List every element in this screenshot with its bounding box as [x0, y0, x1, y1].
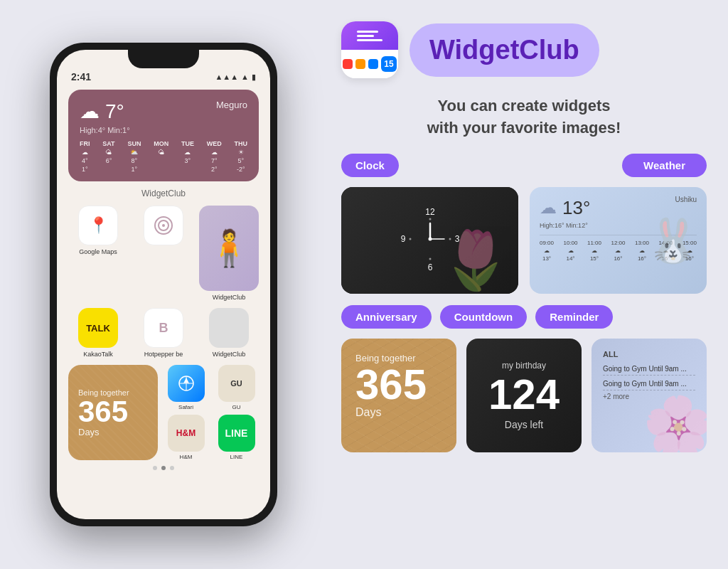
category-row-bottom: Anniversary Countdown Reminder — [341, 305, 707, 329]
logo-bottom: 15 — [341, 50, 398, 78]
person-icon: 🧍 — [207, 228, 251, 269]
anniversary-btn[interactable]: Anniversary — [341, 305, 432, 329]
weather-preview-location: Ushiku — [675, 196, 697, 203]
dot-2[interactable] — [161, 466, 166, 470]
maps-app-name: Google Maps — [79, 248, 117, 255]
kakao-app-icon: TALK — [78, 308, 118, 348]
app-item-target[interactable] — [134, 206, 193, 301]
clock-widget-preview[interactable]: 🌷 12 3 6 9 — [341, 187, 518, 294]
phone-weather-widget[interactable]: ☁ 7° Meguro High:4° Min:1° FRI☁4°1° SAT🌤… — [68, 90, 259, 181]
hotpepper-app-icon: B — [144, 308, 183, 348]
day-wed: WED — [207, 140, 222, 147]
countdown-btn[interactable]: Countdown — [440, 305, 527, 329]
anniversary-widget-preview[interactable]: Being together 365 Days — [341, 339, 456, 452]
svg-text:12: 12 — [425, 207, 435, 217]
phone-screen: 2:41 ▲▲▲ ▲ ▮ ☁ 7° Meguro — [57, 50, 270, 519]
countdown-number: 124 — [488, 373, 560, 416]
logo-dot-red — [343, 59, 353, 69]
phone-anniversary-widget[interactable]: Being together 365 Days — [68, 365, 158, 460]
reminder-all-label: ALL — [603, 350, 695, 358]
preview-row-bottom: Being together 365 Days my birthday 124 … — [341, 339, 707, 452]
location-pin-icon: 📍 — [89, 216, 108, 235]
app-title: WidgetClub — [429, 35, 579, 65]
logo-top — [341, 21, 398, 50]
logo-number: 15 — [381, 56, 397, 72]
svg-point-14 — [429, 218, 431, 220]
day-mon-icon: 🌤 — [158, 149, 164, 156]
phone-content: 2:41 ▲▲▲ ▲ ▮ ☁ 7° Meguro — [57, 50, 270, 519]
widgetclub-photo-name: WidgetClub — [213, 294, 246, 301]
reminder-item-2: Going to Gym Until 9am ... — [603, 378, 695, 390]
logo-line-2 — [357, 35, 374, 37]
svg-point-17 — [409, 238, 411, 240]
reminder-btn[interactable]: Reminder — [535, 305, 613, 329]
logo-line-1 — [357, 31, 378, 33]
logo-lines — [357, 31, 382, 41]
line-name: LINE — [230, 454, 243, 460]
day-thu: THU — [234, 140, 247, 147]
weather-btn[interactable]: Weather — [622, 154, 707, 177]
gu-icon: GU — [218, 365, 255, 402]
reminder-widget-preview[interactable]: 🌸 ALL Going to Gym Until 9am ... Going t… — [592, 339, 707, 452]
countdown-label: Days left — [505, 419, 543, 430]
app-item-maps[interactable]: 📍 Google Maps — [68, 206, 128, 301]
right-panel: 15 WidgetClub You can create widgets wit… — [327, 0, 728, 569]
line-icon: LINE — [218, 415, 255, 452]
hotpepper-app-name: Hotpepper be — [144, 351, 183, 358]
app-item-hotpepper[interactable]: B Hotpepper be — [134, 308, 193, 358]
cloud-icon: ☁ — [80, 100, 100, 123]
dot-1[interactable] — [153, 466, 157, 470]
logo-dot-orange — [355, 59, 365, 69]
phone-widgetclub-label: WidgetClub — [68, 188, 259, 198]
phone-bottom-row: Being together 365 Days Safari H&M — [68, 365, 259, 460]
cloud-h3: ☁ — [592, 248, 597, 254]
widgetclub2-app-icon — [209, 308, 249, 348]
phone-notch — [128, 50, 199, 68]
small-apps-col2: GU GU LINE LINE — [214, 365, 259, 460]
bunny-decoration: 🐰 — [646, 215, 700, 265]
app-item-line[interactable]: LINE LINE — [214, 415, 259, 460]
status-icons: ▲▲▲ ▲ ▮ — [215, 73, 256, 82]
svg-point-2 — [162, 224, 165, 227]
day-fri-icon: ☁ — [82, 149, 88, 156]
weather-widget-preview[interactable]: 🐰 ☁ 13° Ushiku High:16° Min:12° 09:00☁13… — [530, 187, 707, 294]
day-thu-icon: ☀ — [238, 149, 244, 156]
preview-row-top: 🌷 12 3 6 9 — [341, 187, 707, 294]
kakao-app-name: KakaoTalk — [83, 351, 113, 358]
app-item-widgetclub2[interactable]: WidgetClub — [199, 308, 259, 358]
svg-text:6: 6 — [427, 262, 432, 272]
anniversary-content: Being together 365 Days — [341, 339, 456, 433]
safari-icon — [168, 365, 205, 402]
day-sun: SUN — [127, 140, 141, 147]
app-item-hm[interactable]: H&M H&M — [164, 415, 208, 460]
dot-3[interactable] — [170, 466, 174, 470]
svg-point-13 — [428, 237, 432, 240]
cloud-icon-preview: ☁ — [540, 198, 557, 218]
clock-svg: 12 3 6 9 — [395, 203, 466, 275]
phone-weather-days: FRI☁4°1° SAT🌤6° SUN⛅8°1° MON🌤 TUE☁3° WED… — [80, 140, 247, 173]
flowers-decoration: 🌸 — [643, 393, 707, 452]
clock-btn[interactable]: Clock — [341, 154, 399, 177]
app-name-badge: WidgetClub — [410, 23, 599, 77]
cloud-h5: ☁ — [639, 248, 645, 254]
day-wed-icon: ☁ — [211, 149, 218, 156]
app-item-gu[interactable]: GU GU — [214, 365, 259, 410]
day-mon: MON — [154, 140, 168, 147]
small-apps-col1: Safari H&M H&M — [164, 365, 208, 460]
app-item-safari[interactable]: Safari — [164, 365, 208, 410]
phone-weather-temp: 7° — [105, 100, 124, 123]
phone-anni-days: Days — [78, 427, 100, 437]
page-dots — [68, 466, 259, 470]
app-header: 15 WidgetClub — [341, 21, 707, 78]
photo-widget: 🧍 — [199, 206, 259, 291]
svg-text:9: 9 — [400, 234, 405, 244]
cloud-h2: ☁ — [568, 248, 574, 254]
weather-preview-temp: 13° — [562, 197, 590, 219]
clock-face: 12 3 6 9 — [395, 203, 466, 277]
countdown-widget-preview[interactable]: my birthday 124 Days left — [466, 339, 582, 452]
app-item-kakao[interactable]: TALK KakaoTalk — [68, 308, 128, 358]
app-item-widgetclub-photo[interactable]: 🧍 WidgetClub — [199, 206, 259, 301]
hm-name: H&M — [180, 454, 193, 460]
tagline: You can create widgets with your favorit… — [341, 95, 707, 139]
wifi-icon: ▲ — [241, 73, 249, 81]
